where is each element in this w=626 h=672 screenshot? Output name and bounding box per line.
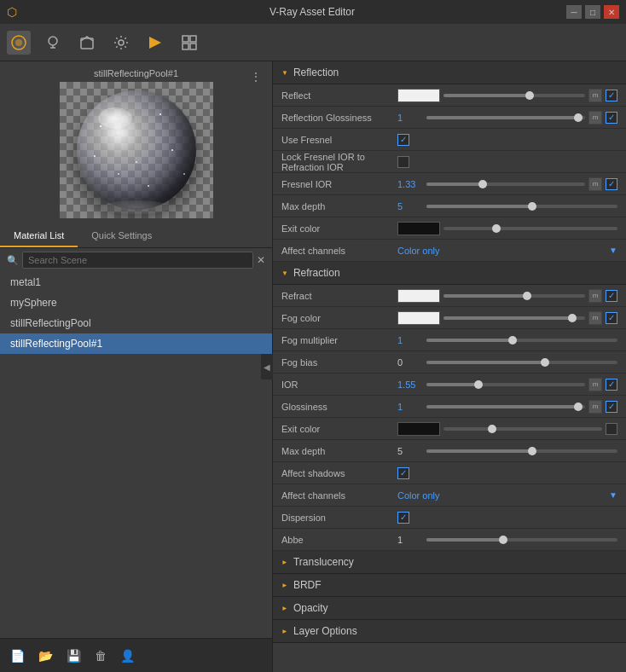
abbe-slider[interactable] bbox=[426, 538, 617, 542]
exit-color-refl-swatch[interactable] bbox=[397, 222, 440, 235]
close-button[interactable]: ✕ bbox=[604, 5, 619, 19]
preview-more-button[interactable]: ⋮ bbox=[250, 70, 262, 84]
search-clear-button[interactable]: ✕ bbox=[257, 254, 265, 266]
fog-color-swatch[interactable] bbox=[397, 311, 440, 325]
glossiness-tex[interactable]: m bbox=[588, 400, 602, 414]
window-controls[interactable]: ─ □ ✕ bbox=[566, 5, 619, 19]
exit-color-refr-checkbox[interactable] bbox=[606, 423, 617, 435]
fog-bias-label: Fog bias bbox=[281, 357, 392, 368]
affect-channels-refr-value: Color only bbox=[397, 490, 609, 501]
fog-color-slider[interactable] bbox=[443, 316, 585, 320]
refl-glossiness-value[interactable]: 1 bbox=[397, 113, 423, 123]
svg-rect-9 bbox=[183, 43, 188, 49]
tab-quick-settings[interactable]: Quick Settings bbox=[78, 225, 165, 247]
prop-row-fog-multiplier: Fog multiplier 1 bbox=[273, 329, 626, 351]
right-panel: ▼ Reflection Reflect m Reflection bbox=[273, 61, 626, 672]
ior-checkbox[interactable] bbox=[606, 379, 617, 391]
render-icon[interactable] bbox=[143, 31, 167, 55]
maximize-button[interactable]: □ bbox=[585, 5, 600, 19]
reflect-slider[interactable] bbox=[443, 94, 585, 97]
dispersion-checkbox[interactable] bbox=[397, 512, 409, 524]
exit-color-refr-swatch[interactable] bbox=[397, 422, 440, 436]
refl-glossiness-checkbox[interactable] bbox=[606, 112, 617, 124]
refract-tex-icon[interactable]: m bbox=[588, 289, 602, 303]
max-depth-refr-value[interactable]: 5 bbox=[397, 446, 423, 456]
reflect-label: Reflect bbox=[281, 90, 392, 101]
list-item[interactable]: mySphere bbox=[0, 293, 272, 313]
refract-checkbox[interactable] bbox=[606, 290, 617, 302]
reflect-tex-icon[interactable]: m bbox=[588, 89, 602, 102]
fog-bias-slider[interactable] bbox=[426, 361, 617, 364]
opacity-section-header[interactable]: ▼ Opacity bbox=[273, 597, 626, 620]
list-item[interactable]: stillReflectingPool bbox=[0, 313, 272, 333]
settings-icon[interactable] bbox=[109, 31, 133, 55]
lock-fresnel-checkbox[interactable] bbox=[397, 156, 409, 168]
ior-tex[interactable]: m bbox=[588, 378, 602, 391]
render-elements-icon[interactable] bbox=[177, 31, 201, 55]
lock-fresnel-label: Lock Fresnel IOR to Refraction IOR bbox=[281, 152, 392, 172]
exit-color-refr-slider[interactable] bbox=[443, 427, 602, 431]
list-item[interactable]: stillReflectingPool#1 bbox=[0, 333, 272, 354]
user-icon[interactable]: 👤 bbox=[120, 649, 135, 663]
max-depth-refr-slider[interactable] bbox=[426, 449, 617, 453]
delete-icon[interactable]: 🗑 bbox=[95, 649, 107, 663]
ior-value[interactable]: 1.55 bbox=[397, 379, 423, 390]
svg-rect-8 bbox=[190, 36, 196, 42]
open-icon[interactable]: 📂 bbox=[38, 649, 53, 663]
preview-base bbox=[102, 200, 171, 214]
prop-row-exit-color-refl: Exit color bbox=[273, 217, 626, 240]
fresnel-ior-slider[interactable] bbox=[426, 182, 585, 186]
tabs: Material List Quick Settings bbox=[0, 225, 272, 248]
affect-shadows-checkbox[interactable] bbox=[397, 467, 409, 479]
affect-channels-refl-arrow: ▼ bbox=[609, 246, 617, 255]
reflect-checkbox[interactable] bbox=[606, 90, 617, 101]
exit-color-refl-slider[interactable] bbox=[443, 227, 617, 230]
layer-options-section-header[interactable]: ▼ Layer Options bbox=[273, 620, 626, 643]
save-icon[interactable]: 💾 bbox=[67, 649, 81, 663]
opacity-arrow: ▼ bbox=[281, 605, 288, 611]
fog-bias-value[interactable]: 0 bbox=[397, 357, 423, 368]
minimize-button[interactable]: ─ bbox=[566, 5, 582, 19]
prop-row-fog-bias: Fog bias 0 bbox=[273, 351, 626, 374]
refraction-content: Refract m Fog color bbox=[273, 285, 626, 551]
refract-slider[interactable] bbox=[443, 294, 585, 298]
fog-color-checkbox[interactable] bbox=[606, 312, 617, 324]
refraction-label: Refraction bbox=[293, 267, 340, 279]
fog-multiplier-value[interactable]: 1 bbox=[397, 335, 423, 345]
fog-color-tex[interactable]: m bbox=[588, 311, 602, 325]
prop-row-max-depth-refl: Max depth 5 bbox=[273, 195, 626, 217]
glossiness-value[interactable]: 1 bbox=[397, 402, 423, 412]
lights-icon[interactable] bbox=[41, 31, 65, 55]
new-material-icon[interactable]: 📄 bbox=[10, 649, 25, 663]
materials-icon[interactable] bbox=[7, 31, 31, 55]
affect-channels-refl-dropdown[interactable]: Color only ▼ bbox=[397, 246, 617, 256]
max-depth-refl-value[interactable]: 5 bbox=[397, 201, 423, 211]
toolbar bbox=[0, 24, 626, 61]
fresnel-checkbox[interactable] bbox=[397, 134, 409, 146]
refract-swatch[interactable] bbox=[397, 289, 440, 303]
glossiness-checkbox[interactable] bbox=[606, 401, 617, 413]
fog-color-controls: m bbox=[397, 311, 617, 325]
max-depth-refl-slider[interactable] bbox=[426, 205, 617, 208]
reflect-swatch[interactable] bbox=[397, 89, 440, 102]
affect-channels-refl-value: Color only bbox=[397, 246, 609, 256]
geometry-icon[interactable] bbox=[75, 31, 99, 55]
refl-glossiness-tex[interactable]: m bbox=[588, 111, 602, 125]
fog-multiplier-slider[interactable] bbox=[426, 339, 617, 342]
reflection-section-header[interactable]: ▼ Reflection bbox=[273, 61, 626, 84]
fresnel-ior-checkbox[interactable] bbox=[606, 178, 617, 190]
ior-slider[interactable] bbox=[426, 383, 585, 386]
panel-collapse-arrow[interactable]: ◀ bbox=[261, 354, 273, 379]
fresnel-ior-tex[interactable]: m bbox=[588, 177, 602, 191]
fresnel-ior-value[interactable]: 1.33 bbox=[397, 179, 423, 189]
abbe-value[interactable]: 1 bbox=[397, 535, 423, 545]
search-input[interactable] bbox=[22, 252, 253, 269]
glossiness-slider[interactable] bbox=[426, 405, 585, 408]
list-item[interactable]: metal1 bbox=[0, 272, 272, 293]
tab-material-list[interactable]: Material List bbox=[0, 225, 78, 247]
brdf-section-header[interactable]: ▼ BRDF bbox=[273, 574, 626, 597]
refl-glossiness-slider[interactable] bbox=[426, 116, 585, 119]
refraction-section-header[interactable]: ▼ Refraction bbox=[273, 262, 626, 285]
affect-channels-refr-dropdown[interactable]: Color only ▼ bbox=[397, 490, 617, 501]
translucency-section-header[interactable]: ▼ Translucency bbox=[273, 551, 626, 574]
